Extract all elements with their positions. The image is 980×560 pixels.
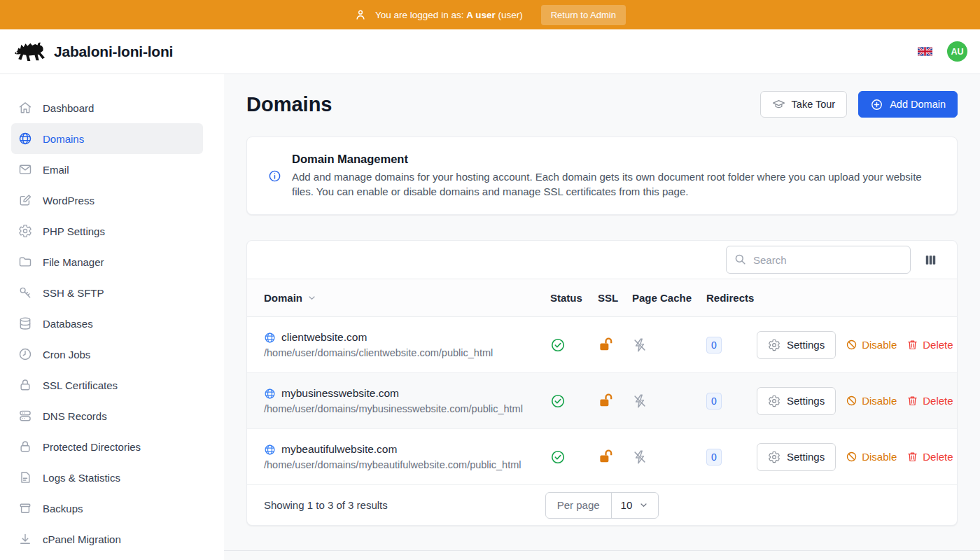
redirects-count-badge[interactable]: 0 <box>706 393 722 410</box>
settings-button[interactable]: Settings <box>757 443 836 471</box>
uk-flag-icon[interactable] <box>918 46 932 57</box>
sidebar-item-logs-statistics[interactable]: Logs & Statistics <box>11 462 203 493</box>
sidebar-item-cron-jobs[interactable]: Cron Jobs <box>11 339 203 370</box>
trash-icon <box>906 339 918 351</box>
sidebar-item-label: Logs & Statistics <box>43 472 120 484</box>
delete-button[interactable]: Delete <box>906 451 953 463</box>
document-root-path: /home/user/domains/mybeautifulwebsite.co… <box>264 459 550 470</box>
sidebar-item-protected-directories[interactable]: Protected Directories <box>11 431 203 462</box>
gear-icon <box>768 451 780 463</box>
sidebar-item-label: DNS Records <box>43 410 107 422</box>
graduation-cap-icon <box>772 98 785 111</box>
search-input[interactable] <box>726 246 911 274</box>
gear-icon <box>18 224 32 238</box>
sidebar-item-dashboard[interactable]: Dashboard <box>11 92 203 123</box>
check-circle-icon <box>550 337 566 353</box>
document-root-path: /home/user/domains/mybusinesswebsite.com… <box>264 403 550 414</box>
sidebar-item-label: PHP Settings <box>43 225 105 237</box>
brand-home-link[interactable]: Jabaloni-loni-loni <box>13 39 173 64</box>
table-header-row: Domain Status SSL Page Cache Redirects <box>247 279 957 317</box>
sidebar-item-dns-records[interactable]: DNS Records <box>11 400 203 431</box>
slash-circle-icon <box>846 339 858 351</box>
main-content: Domains Take Tour Add Domain Domain Mana… <box>224 74 980 560</box>
domain-name: mybeautifulwebsite.com <box>281 443 397 456</box>
check-circle-icon <box>550 393 566 409</box>
sidebar-item-php-settings[interactable]: PHP Settings <box>11 216 203 246</box>
globe-icon <box>264 388 276 400</box>
globe-icon <box>264 444 276 456</box>
lightning-off-icon <box>632 449 648 465</box>
column-header-domain[interactable]: Domain <box>264 292 550 304</box>
sidebar-item-ssh-sftp[interactable]: SSH & SFTP <box>11 277 203 308</box>
impersonation-banner: You are logged in as: A user (user) Retu… <box>0 0 980 29</box>
domain-management-info-card: Domain Management Add and manage domains… <box>246 136 958 215</box>
avatar[interactable]: AU <box>947 41 967 62</box>
per-page-value: 10 <box>621 499 633 511</box>
per-page-label: Per page <box>546 493 612 518</box>
sidebar-item-wordpress[interactable]: WordPress <box>11 185 203 216</box>
table-footer: Showing 1 to 3 of 3 results Per page 10 <box>247 485 957 525</box>
app-header: Jabaloni-loni-loni AU <box>0 29 980 74</box>
column-header-page-cache: Page Cache <box>632 292 706 304</box>
trash-icon <box>906 451 918 463</box>
disable-button[interactable]: Disable <box>846 451 897 463</box>
search-box <box>726 246 911 274</box>
domain-cell: mybeautifulwebsite.com /home/user/domain… <box>264 443 550 470</box>
add-domain-button[interactable]: Add Domain <box>858 91 958 118</box>
sidebar-item-label: SSH & SFTP <box>43 287 104 299</box>
document-root-path: /home/user/domains/clientwebsite.com/pub… <box>264 347 550 358</box>
sidebar-item-label: Dashboard <box>43 102 94 114</box>
search-icon <box>734 253 747 266</box>
sidebar-item-databases[interactable]: Databases <box>11 308 203 339</box>
sidebar-item-email[interactable]: Email <box>11 154 203 185</box>
results-summary: Showing 1 to 3 of 3 results <box>264 499 545 511</box>
server-icon <box>18 409 32 423</box>
mail-icon <box>18 162 32 176</box>
disable-button[interactable]: Disable <box>846 339 897 351</box>
column-header-redirects: Redirects <box>706 292 757 304</box>
sidebar-item-label: Cron Jobs <box>43 349 90 360</box>
sidebar-item-label: Domains <box>43 133 84 145</box>
settings-button[interactable]: Settings <box>757 331 836 359</box>
chevron-down-icon <box>638 500 649 510</box>
delete-button[interactable]: Delete <box>906 395 953 407</box>
redirects-count-badge[interactable]: 0 <box>706 337 722 354</box>
sidebar-item-label: Backups <box>43 503 83 514</box>
sidebar-item-domains[interactable]: Domains <box>11 123 203 154</box>
globe-icon <box>18 132 32 146</box>
delete-button[interactable]: Delete <box>906 339 953 351</box>
lightning-off-icon <box>632 393 648 409</box>
column-header-status: Status <box>550 292 598 304</box>
table-row: clientwebsite.com /home/user/domains/cli… <box>247 317 957 373</box>
gear-icon <box>768 339 780 351</box>
column-toggle-button[interactable] <box>923 252 939 268</box>
unlocked-padlock-icon[interactable] <box>598 337 614 353</box>
add-domain-label: Add Domain <box>890 99 946 110</box>
sidebar-item-file-manager[interactable]: File Manager <box>11 246 203 277</box>
user-icon <box>354 8 367 21</box>
redirects-count-badge[interactable]: 0 <box>706 449 722 465</box>
sidebar-item-label: WordPress <box>43 195 94 206</box>
unlocked-padlock-icon[interactable] <box>598 393 614 409</box>
sidebar-item-ssl-certificates[interactable]: SSL Certificates <box>11 370 203 400</box>
domain-cell: clientwebsite.com /home/user/domains/cli… <box>264 331 550 358</box>
slash-circle-icon <box>846 451 858 463</box>
settings-button[interactable]: Settings <box>757 387 836 415</box>
per-page-select[interactable]: Per page 10 <box>545 492 659 519</box>
key-icon <box>18 286 32 300</box>
table-row: mybeautifulwebsite.com /home/user/domain… <box>247 429 957 485</box>
boar-logo-icon <box>13 39 46 64</box>
sidebar-item-label: Protected Directories <box>43 441 141 453</box>
sidebar-item-backups[interactable]: Backups <box>11 493 203 524</box>
return-to-admin-button[interactable]: Return to Admin <box>541 5 626 25</box>
logged-in-user-name: A user <box>466 10 496 20</box>
domains-table-card: Domain Status SSL Page Cache Redirects c… <box>246 240 958 526</box>
lock-icon <box>18 440 32 454</box>
sidebar-item-cpanel-migration[interactable]: cPanel Migration <box>11 524 203 554</box>
disable-button[interactable]: Disable <box>846 395 897 407</box>
take-tour-button[interactable]: Take Tour <box>760 91 848 118</box>
domain-cell: mybusinesswebsite.com /home/user/domains… <box>264 387 550 414</box>
info-card-description: Add and manage domains for your hosting … <box>292 170 936 199</box>
slash-circle-icon <box>846 395 858 407</box>
unlocked-padlock-icon[interactable] <box>598 449 614 465</box>
